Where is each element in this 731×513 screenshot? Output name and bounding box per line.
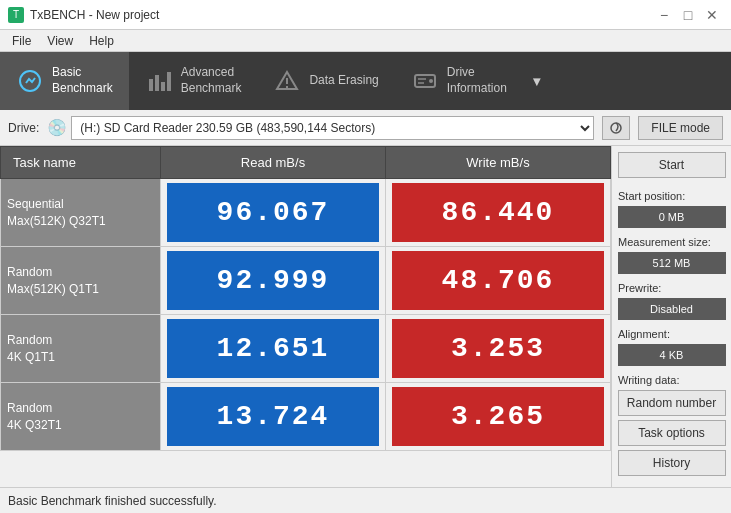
table-area: Task name Read mB/s Write mB/s Sequentia… bbox=[0, 146, 611, 487]
table-row: Random4K Q32T1 13.724 3.265 bbox=[1, 383, 611, 451]
main-content: Task name Read mB/s Write mB/s Sequentia… bbox=[0, 146, 731, 487]
svg-rect-1 bbox=[149, 79, 153, 91]
benchmark-table: Task name Read mB/s Write mB/s Sequentia… bbox=[0, 146, 611, 451]
title-bar: T TxBENCH - New project − □ ✕ bbox=[0, 0, 731, 30]
right-panel: Start Start position: 0 MB Measurement s… bbox=[611, 146, 731, 487]
read-value-2: 12.651 bbox=[161, 315, 386, 383]
svg-rect-4 bbox=[167, 72, 171, 91]
app-icon: T bbox=[8, 7, 24, 23]
window-title: TxBENCH - New project bbox=[30, 8, 159, 22]
tab-drive-information[interactable]: DriveInformation bbox=[395, 52, 523, 110]
task-name-1: RandomMax(512K) Q1T1 bbox=[1, 247, 161, 315]
prewrite-value: Disabled bbox=[618, 298, 726, 320]
title-bar-left: T TxBENCH - New project bbox=[8, 7, 159, 23]
read-value-0: 96.067 bbox=[161, 179, 386, 247]
col-task: Task name bbox=[1, 147, 161, 179]
write-value-2: 3.253 bbox=[386, 315, 611, 383]
table-row: Random4K Q1T1 12.651 3.253 bbox=[1, 315, 611, 383]
menu-help[interactable]: Help bbox=[81, 32, 122, 50]
start-button[interactable]: Start bbox=[618, 152, 726, 178]
maximize-button[interactable]: □ bbox=[677, 5, 699, 25]
tab-drive-label: DriveInformation bbox=[447, 65, 507, 96]
alignment-value: 4 KB bbox=[618, 344, 726, 366]
toolbar: BasicBenchmark AdvancedBenchmark Data Er… bbox=[0, 52, 731, 110]
svg-point-9 bbox=[429, 79, 433, 83]
file-mode-button[interactable]: FILE mode bbox=[638, 116, 723, 140]
menu-view[interactable]: View bbox=[39, 32, 81, 50]
title-bar-controls: − □ ✕ bbox=[653, 5, 723, 25]
task-options-button[interactable]: Task options bbox=[618, 420, 726, 446]
drive-refresh-button[interactable] bbox=[602, 116, 630, 140]
prewrite-label: Prewrite: bbox=[618, 282, 661, 294]
col-read: Read mB/s bbox=[161, 147, 386, 179]
table-row: RandomMax(512K) Q1T1 92.999 48.706 bbox=[1, 247, 611, 315]
writing-data-button[interactable]: Random number bbox=[618, 390, 726, 416]
measurement-size-label: Measurement size: bbox=[618, 236, 711, 248]
drive-icon: 💿 bbox=[47, 118, 67, 137]
data-erasing-icon bbox=[273, 67, 301, 95]
history-button[interactable]: History bbox=[618, 450, 726, 476]
writing-data-label: Writing data: bbox=[618, 374, 680, 386]
svg-rect-3 bbox=[161, 82, 165, 91]
write-value-0: 86.440 bbox=[386, 179, 611, 247]
basic-benchmark-icon bbox=[16, 67, 44, 95]
toolbar-dropdown[interactable]: ▼ bbox=[523, 52, 551, 110]
start-position-label: Start position: bbox=[618, 190, 685, 202]
write-value-1: 48.706 bbox=[386, 247, 611, 315]
alignment-label: Alignment: bbox=[618, 328, 670, 340]
tab-advanced-label: AdvancedBenchmark bbox=[181, 65, 242, 96]
tab-basic-label: BasicBenchmark bbox=[52, 65, 113, 96]
write-value-3: 3.265 bbox=[386, 383, 611, 451]
col-write: Write mB/s bbox=[386, 147, 611, 179]
task-name-3: Random4K Q32T1 bbox=[1, 383, 161, 451]
read-value-3: 13.724 bbox=[161, 383, 386, 451]
status-bar: Basic Benchmark finished successfully. bbox=[0, 487, 731, 513]
table-row: SequentialMax(512K) Q32T1 96.067 86.440 bbox=[1, 179, 611, 247]
svg-point-12 bbox=[611, 123, 621, 133]
task-name-2: Random4K Q1T1 bbox=[1, 315, 161, 383]
task-name-0: SequentialMax(512K) Q32T1 bbox=[1, 179, 161, 247]
minimize-button[interactable]: − bbox=[653, 5, 675, 25]
start-position-value: 0 MB bbox=[618, 206, 726, 228]
menu-bar: File View Help bbox=[0, 30, 731, 52]
advanced-benchmark-icon bbox=[145, 67, 173, 95]
drive-bar: Drive: 💿 (H:) SD Card Reader 230.59 GB (… bbox=[0, 110, 731, 146]
close-button[interactable]: ✕ bbox=[701, 5, 723, 25]
menu-file[interactable]: File bbox=[4, 32, 39, 50]
tab-basic-benchmark[interactable]: BasicBenchmark bbox=[0, 52, 129, 110]
tab-erasing-label: Data Erasing bbox=[309, 73, 378, 89]
measurement-size-value: 512 MB bbox=[618, 252, 726, 274]
drive-information-icon bbox=[411, 67, 439, 95]
tab-data-erasing[interactable]: Data Erasing bbox=[257, 52, 394, 110]
tab-advanced-benchmark[interactable]: AdvancedBenchmark bbox=[129, 52, 258, 110]
status-text: Basic Benchmark finished successfully. bbox=[8, 494, 217, 508]
read-value-1: 92.999 bbox=[161, 247, 386, 315]
drive-select[interactable]: (H:) SD Card Reader 230.59 GB (483,590,1… bbox=[71, 116, 594, 140]
svg-rect-2 bbox=[155, 75, 159, 91]
drive-label: Drive: bbox=[8, 121, 39, 135]
